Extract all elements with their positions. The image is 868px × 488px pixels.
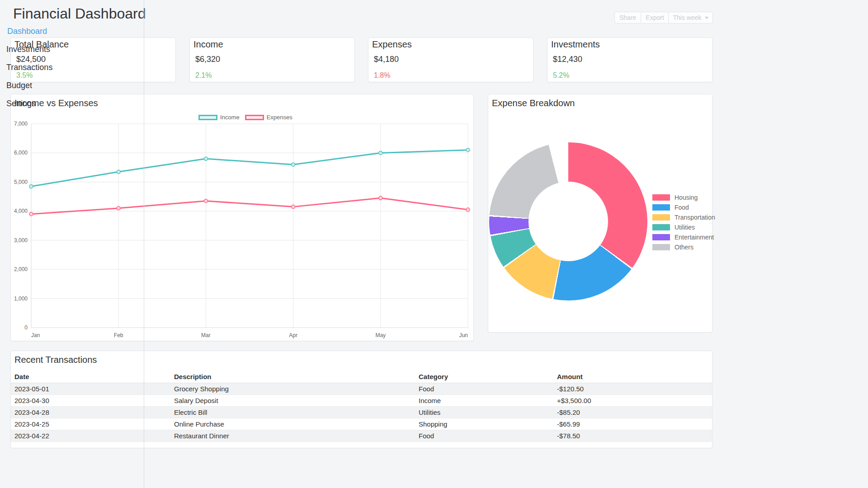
cell-date: 2023-04-22 [11, 430, 170, 441]
legend-label: Entertainment [675, 234, 714, 241]
stat-card-change: 1.8% [374, 71, 390, 80]
legend-item-transportation[interactable]: Transportation [652, 214, 715, 221]
table-row: 2023-05-01Grocery ShoppingFood-$120.50 [11, 383, 712, 394]
cell-category: Utilities [415, 406, 553, 418]
legend-item-entertainment[interactable]: Entertainment [652, 234, 715, 240]
svg-text:Mar: Mar [201, 332, 211, 338]
sidebar-nav: DashboardInvestmentsTransactionsBudgetSe… [0, 26, 143, 117]
cell-date: 2023-05-01 [11, 383, 170, 394]
legend-item-food[interactable]: Food [652, 204, 715, 211]
sidebar-item-settings[interactable]: Settings [0, 99, 143, 117]
table-row: 2023-04-25Online PurchaseShopping-$65.99 [11, 418, 712, 430]
table-row: 2023-04-28Electric BillUtilities-$85.20 [11, 406, 712, 418]
toolbar: Share Export [614, 12, 669, 23]
stat-card-change: 2.1% [195, 71, 212, 80]
stat-card-value: $12,430 [553, 55, 582, 64]
table-header-row: DateDescriptionCategoryAmount [11, 371, 712, 383]
legend-item-others[interactable]: Others [652, 244, 715, 250]
table-row: 2023-04-30Salary DepositIncome+$3,500.00 [11, 394, 712, 406]
svg-text:2,000: 2,000 [14, 266, 28, 272]
column-header-amount: Amount [553, 371, 712, 383]
income-expenses-chart: 01,0002,0003,0004,0005,0006,0007,000JanF… [11, 94, 474, 342]
legend-label: Housing [675, 194, 698, 201]
cell-date: 2023-04-28 [11, 406, 170, 418]
cell-category: Income [415, 394, 553, 406]
legend-label: Transportation [675, 214, 715, 221]
svg-text:7,000: 7,000 [14, 121, 28, 127]
share-export-group: Share Export [614, 12, 669, 23]
stat-card-title: Expenses [372, 39, 412, 50]
svg-text:Apr: Apr [289, 332, 297, 338]
svg-text:1,000: 1,000 [14, 296, 28, 302]
stat-card-change: 5.2% [553, 71, 569, 80]
cell-description: Electric Bill [170, 406, 415, 418]
sidebar-item-transactions[interactable]: Transactions [0, 62, 143, 80]
legend-label: Utilities [675, 224, 695, 231]
cell-category: Shopping [415, 418, 553, 430]
legend-swatch [652, 244, 670, 250]
legend-swatch [652, 224, 670, 230]
svg-text:Feb: Feb [114, 332, 123, 338]
cell-category: Food [415, 383, 553, 394]
stat-card-expenses: Expenses $4,180 1.8% [368, 38, 533, 82]
stat-card-investments: Investments $12,430 5.2% [547, 38, 712, 82]
expense-breakdown-card: Expense Breakdown HousingFoodTransportat… [488, 94, 712, 333]
stat-card-title: Income [193, 39, 223, 50]
export-button[interactable]: Export [641, 12, 669, 23]
cell-description: Online Purchase [170, 418, 415, 430]
donut-legend: HousingFoodTransportationUtilitiesEntert… [652, 194, 715, 254]
cell-date: 2023-04-30 [11, 394, 170, 406]
column-header-category: Category [415, 371, 553, 383]
cell-amount: -$85.20 [553, 406, 712, 418]
stat-card-title: Investments [551, 39, 600, 50]
stat-card-value: $4,180 [374, 55, 399, 64]
svg-text:5,000: 5,000 [14, 179, 28, 185]
svg-text:0: 0 [24, 324, 28, 331]
column-header-date: Date [11, 371, 170, 383]
sidebar-item-investments[interactable]: Investments [0, 44, 143, 62]
cell-amount: -$65.99 [553, 418, 712, 430]
cell-description: Restaurant Dinner [170, 430, 415, 441]
recent-transactions-card: Recent Transactions DateDescriptionCateg… [10, 351, 712, 448]
legend-swatch [652, 234, 670, 240]
legend-item-utilities[interactable]: Utilities [652, 224, 715, 230]
expense-donut-chart [489, 142, 647, 300]
sidebar-item-dashboard[interactable]: Dashboard [0, 26, 143, 44]
transactions-table: DateDescriptionCategoryAmount 2023-05-01… [11, 371, 712, 442]
transactions-title: Recent Transactions [14, 355, 97, 365]
legend-swatch [652, 204, 670, 211]
period-label: This week [673, 12, 701, 23]
svg-text:3,000: 3,000 [14, 237, 28, 244]
legend-swatch [652, 194, 670, 201]
cell-amount: -$78.50 [553, 430, 712, 441]
cell-description: Salary Deposit [170, 394, 415, 406]
sidebar-item-budget[interactable]: Budget [0, 80, 143, 99]
svg-text:4,000: 4,000 [14, 208, 28, 214]
svg-text:6,000: 6,000 [14, 150, 28, 156]
chevron-down-icon [705, 17, 708, 19]
page-title: Financial Dashboard [13, 5, 146, 22]
cell-amount: -$120.50 [553, 383, 712, 394]
stat-card-value: $6,320 [195, 55, 220, 64]
svg-text:May: May [375, 332, 386, 338]
column-header-description: Description [170, 371, 415, 383]
legend-swatch [652, 214, 670, 221]
legend-label: Food [675, 204, 689, 211]
table-row: 2023-04-22Restaurant DinnerFood-$78.50 [11, 430, 712, 441]
legend-label: Others [675, 244, 693, 251]
svg-text:Jun: Jun [459, 332, 468, 338]
donut-chart-title: Expense Breakdown [492, 98, 575, 108]
cell-date: 2023-04-25 [11, 418, 170, 430]
cell-description: Grocery Shopping [170, 383, 415, 394]
cell-amount: +$3,500.00 [553, 394, 712, 406]
legend-item-housing[interactable]: Housing [652, 194, 715, 201]
period-dropdown[interactable]: This week [668, 12, 713, 23]
income-expenses-card: Income vs Expenses IncomeExpenses 01,000… [10, 94, 474, 341]
share-button[interactable]: Share [614, 12, 641, 23]
svg-text:Jan: Jan [31, 332, 40, 338]
stat-card-income: Income $6,320 2.1% [189, 38, 355, 82]
cell-category: Food [415, 430, 553, 441]
